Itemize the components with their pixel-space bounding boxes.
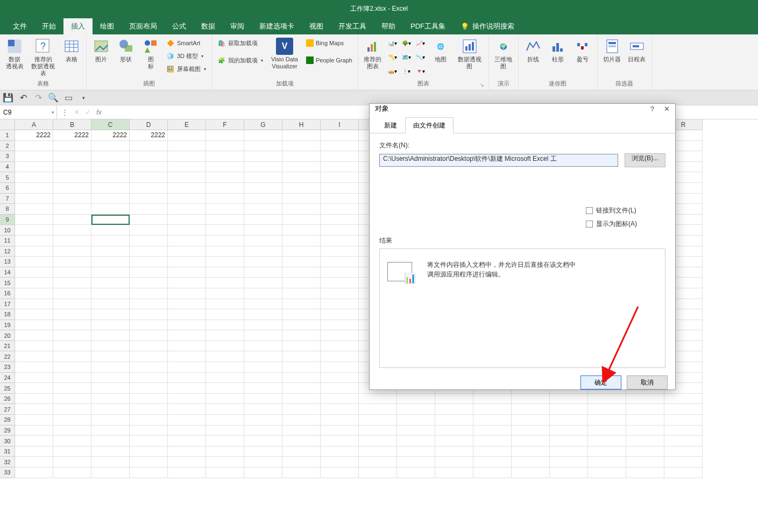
cell[interactable] — [130, 373, 168, 384]
sparkline-line-button[interactable]: 折线 — [522, 37, 544, 64]
cell[interactable] — [206, 351, 244, 362]
cell[interactable] — [53, 299, 91, 310]
cell[interactable] — [282, 225, 321, 236]
cell[interactable] — [244, 373, 282, 384]
row-header-15[interactable]: 15 — [0, 278, 15, 288]
cell[interactable] — [206, 467, 244, 478]
cancel-button[interactable]: 取消 — [627, 375, 668, 389]
cell[interactable] — [53, 162, 91, 173]
icons-button[interactable]: 图 标 — [139, 37, 162, 71]
cell[interactable] — [168, 457, 206, 467]
cell[interactable] — [550, 425, 588, 436]
cell[interactable] — [130, 162, 168, 173]
cell[interactable] — [282, 162, 321, 173]
cell[interactable] — [15, 415, 53, 425]
tab-pdf[interactable]: PDF工具集 — [403, 18, 453, 34]
cell[interactable] — [53, 351, 91, 362]
cell[interactable] — [130, 288, 168, 299]
cell[interactable] — [359, 404, 397, 415]
cell[interactable] — [206, 330, 244, 341]
cell[interactable] — [550, 415, 588, 425]
cell[interactable] — [130, 383, 168, 394]
cell[interactable] — [588, 415, 626, 425]
cell[interactable] — [321, 341, 359, 352]
chart-hier[interactable]: 🌳▾ — [400, 37, 413, 49]
cell[interactable] — [206, 141, 244, 152]
cell[interactable] — [397, 415, 435, 425]
cell[interactable] — [282, 330, 321, 341]
cell[interactable] — [91, 299, 130, 310]
cell[interactable] — [168, 151, 206, 162]
cell[interactable] — [168, 425, 206, 436]
cell[interactable] — [53, 415, 91, 425]
cell[interactable] — [321, 457, 359, 467]
cell[interactable] — [321, 215, 359, 225]
row-header-11[interactable]: 11 — [0, 236, 15, 246]
cell[interactable] — [53, 425, 91, 436]
cell[interactable] — [168, 309, 206, 320]
cell[interactable] — [15, 267, 53, 278]
cell[interactable] — [321, 394, 359, 405]
cell[interactable] — [321, 151, 359, 162]
cell[interactable] — [53, 183, 91, 194]
col-header-F[interactable]: F — [206, 119, 244, 130]
cell[interactable] — [53, 320, 91, 331]
cell[interactable] — [206, 299, 244, 310]
cell[interactable] — [15, 320, 53, 331]
cell[interactable] — [53, 194, 91, 204]
ok-button[interactable]: 确定 — [580, 375, 621, 389]
row-header-32[interactable]: 32 — [0, 457, 15, 467]
cell[interactable] — [53, 436, 91, 446]
cell[interactable] — [244, 194, 282, 204]
cell[interactable] — [15, 436, 53, 446]
row-header-7[interactable]: 7 — [0, 194, 15, 204]
cell[interactable] — [473, 425, 512, 436]
cell[interactable] — [53, 246, 91, 257]
cell[interactable] — [206, 215, 244, 225]
cell[interactable] — [130, 204, 168, 215]
chart-stat[interactable]: 📈▾ — [414, 37, 427, 49]
table-button[interactable]: 表格 — [60, 37, 83, 64]
cell[interactable] — [168, 330, 206, 341]
cell[interactable] — [664, 425, 703, 436]
cell[interactable] — [244, 320, 282, 331]
cell[interactable] — [512, 404, 550, 415]
save-button[interactable]: 💾 — [3, 93, 13, 103]
cell[interactable] — [53, 362, 91, 373]
cell[interactable] — [91, 257, 130, 267]
cell[interactable] — [206, 162, 244, 173]
cell[interactable] — [244, 141, 282, 152]
cell[interactable] — [206, 151, 244, 162]
cell[interactable] — [91, 467, 130, 478]
cell[interactable] — [15, 309, 53, 320]
cell[interactable] — [435, 425, 473, 436]
row-header-2[interactable]: 2 — [0, 141, 15, 152]
cell[interactable] — [282, 236, 321, 246]
cell[interactable] — [53, 141, 91, 152]
tab-home[interactable]: 开始 — [34, 18, 63, 34]
cell[interactable] — [91, 288, 130, 299]
cell[interactable] — [244, 172, 282, 183]
cell[interactable] — [321, 351, 359, 362]
qat-btn-5[interactable]: ▭ — [63, 93, 73, 103]
qat-more[interactable]: ▾ — [79, 93, 88, 103]
cell[interactable] — [168, 373, 206, 384]
recommended-charts-button[interactable]: 推荐的 图表 — [362, 37, 384, 71]
cell[interactable] — [282, 151, 321, 162]
cell[interactable] — [168, 236, 206, 246]
cell[interactable] — [53, 446, 91, 457]
recommended-pivot-button[interactable]: ?推荐的 数据透视表 — [28, 37, 58, 78]
row-header-13[interactable]: 13 — [0, 257, 15, 267]
3dmap-button[interactable]: 🌍三维地 图 — [492, 37, 515, 71]
cell[interactable] — [130, 236, 168, 246]
cell[interactable] — [168, 183, 206, 194]
pivot-table-button[interactable]: 数据 透视表 — [3, 37, 26, 71]
col-header-D[interactable]: D — [130, 119, 168, 130]
row-header-26[interactable]: 26 — [0, 394, 15, 405]
cell[interactable] — [130, 215, 168, 225]
cell[interactable] — [244, 425, 282, 436]
tab-help[interactable]: 帮助 — [374, 18, 403, 34]
cell[interactable] — [473, 436, 512, 446]
asicon-checkbox[interactable]: 显示为图标(A) — [586, 219, 665, 229]
cell[interactable] — [473, 415, 512, 425]
